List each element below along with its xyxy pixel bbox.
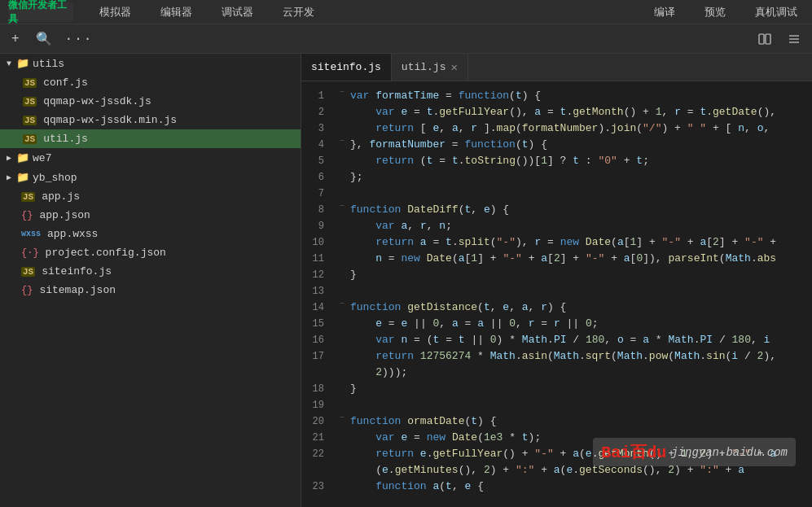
code-line: 9 var a, r, n; (301, 218, 812, 234)
sidebar-item-label: app.wxss (47, 228, 98, 240)
code-line: 6 }; (301, 169, 812, 186)
code-line: 16 var n = (t = t || 0) * Math.PI / 180,… (301, 332, 812, 348)
menu-simulator[interactable]: 模拟器 (93, 2, 138, 23)
menu-preview[interactable]: 预览 (698, 2, 732, 23)
js-icon: JS (23, 78, 37, 88)
code-line: 12 } (301, 267, 812, 283)
code-line: 5 return (t = t.toString())[1] ? t : "0"… (301, 153, 812, 169)
chevron-down-icon: ▼ (7, 59, 11, 68)
json-icon: {} (21, 285, 33, 296)
sidebar-item-label: project.config.json (46, 247, 166, 259)
code-line: 7 (301, 186, 812, 202)
svg-rect-0 (759, 34, 764, 44)
tab-siteinfo-js[interactable]: siteinfo.js (301, 54, 392, 81)
code-line: 14 − function getDistance(t, e, a, r) { (301, 299, 812, 316)
code-line: 19 (301, 397, 812, 413)
split-button[interactable] (755, 29, 775, 49)
folder-icon: 📁 (16, 171, 29, 184)
collapse-button[interactable] (784, 29, 804, 49)
json-icon: {·} (21, 247, 39, 259)
more-button[interactable]: ··· (65, 32, 94, 46)
fold-button[interactable]: − (340, 137, 345, 146)
code-line: 17 return 12756274 * Math.asin(Math.sqrt… (301, 348, 812, 365)
sidebar-item-label: qqmap-wx-jssdk.js (43, 95, 151, 107)
fold-button[interactable]: − (340, 88, 345, 97)
tab-util-js[interactable]: util.js ✕ (392, 54, 468, 81)
top-bar: 微信开发者工具 模拟器 编辑器 调试器 云开发 编译 预览 真机调试 (0, 0, 812, 24)
editor-area: siteinfo.js util.js ✕ 1 − var formatTime… (301, 54, 812, 507)
menu-editor[interactable]: 编辑器 (154, 2, 199, 23)
js-icon: JS (23, 116, 37, 125)
sidebar-item-conf-js[interactable]: JS conf.js (0, 73, 301, 92)
code-line: 20 − function ormatDate(t) { (301, 413, 812, 430)
json-icon: {} (21, 210, 33, 221)
sidebar-item-yb-shop[interactable]: ▶ 📁 yb_shop (0, 168, 301, 187)
sidebar-item-qqmap-js[interactable]: JS qqmap-wx-jssdk.js (0, 92, 301, 111)
fold-button[interactable]: − (340, 202, 345, 211)
sidebar-item-label: sitemap.json (39, 284, 116, 296)
folder-icon: 📁 (16, 151, 29, 164)
menu-debugger[interactable]: 调试器 (215, 2, 260, 23)
sidebar-item-label: yb_shop (33, 172, 77, 184)
code-line: 2))); (301, 365, 812, 381)
folder-icon: 📁 (16, 57, 29, 70)
fold-button[interactable]: − (340, 299, 345, 308)
sidebar-item-app-wxss[interactable]: wxss app.wxss (0, 225, 301, 243)
toolbar: + 🔍 ··· (0, 24, 812, 54)
code-line: 22 return e.getFullYear() + "-" + a(e.ge… (301, 446, 812, 462)
menu-cloud[interactable]: 云开发 (276, 2, 321, 23)
chevron-right-icon: ▶ (7, 153, 11, 163)
sidebar: ▼ 📁 utils JS conf.js JS qqmap-wx-jssdk.j… (0, 54, 301, 507)
code-line: 2 var e = t.getFullYear(), a = t.getMont… (301, 104, 812, 120)
sidebar-item-we7[interactable]: ▶ 📁 we7 (0, 148, 301, 168)
js-icon: JS (21, 192, 35, 202)
code-line: 1 − var formatTime = function(t) { (301, 88, 812, 104)
sidebar-item-label: qqmap-wx-jssdk.min.js (43, 114, 177, 126)
top-bar-left: 微信开发者工具 模拟器 编辑器 调试器 云开发 (0, 2, 639, 23)
code-line: 8 − function DateDiff(t, e) { (301, 202, 812, 218)
sidebar-item-label: utils (33, 58, 64, 70)
sidebar-item-utils[interactable]: ▼ 📁 utils (0, 54, 301, 73)
code-line: (e.getMinutes(), 2) + ":" + a(e.getSecon… (301, 462, 812, 479)
code-editor[interactable]: 1 − var formatTime = function(t) { 2 var… (301, 81, 812, 507)
sidebar-item-app-json[interactable]: {} app.json (0, 206, 301, 225)
js-icon: JS (21, 267, 35, 277)
tabs-bar: siteinfo.js util.js ✕ (301, 54, 812, 81)
code-line: 11 n = new Date(a[1] + "-" + a[2] + "-" … (301, 251, 812, 267)
sidebar-item-label: app.js (42, 190, 80, 203)
close-icon[interactable]: ✕ (450, 60, 457, 74)
menu-real-device[interactable]: 真机调试 (748, 2, 804, 23)
sidebar-item-siteinfo-js[interactable]: JS siteinfo.js (0, 262, 301, 281)
svg-rect-1 (766, 34, 770, 44)
tab-label: util.js (402, 61, 446, 73)
code-line: 4 − }, formatNumber = function(t) { (301, 137, 812, 153)
logo-area: 微信开发者工具 (8, 2, 73, 22)
code-line: 3 return [ e, a, r ].map(formatNumber).j… (301, 120, 812, 137)
sidebar-item-label: util.js (43, 133, 88, 145)
code-line: 21 var e = new Date(1e3 * t); (301, 430, 812, 446)
chevron-right-icon: ▶ (7, 173, 11, 182)
fold-button[interactable]: − (340, 413, 345, 422)
sidebar-item-label: app.json (39, 209, 90, 221)
sidebar-item-project-config[interactable]: {·} project.config.json (0, 243, 301, 262)
sidebar-item-label: siteinfo.js (42, 265, 112, 278)
main-layout: ▼ 📁 utils JS conf.js JS qqmap-wx-jssdk.j… (0, 54, 812, 507)
js-icon: JS (23, 97, 37, 107)
code-line: 18 } (301, 381, 812, 397)
wxss-icon: wxss (21, 229, 41, 238)
tab-label: siteinfo.js (311, 61, 381, 73)
sidebar-item-util-js[interactable]: JS util.js (0, 129, 301, 148)
code-line: 15 e = e || 0, a = a || 0, r = r || 0; (301, 316, 812, 332)
sidebar-item-app-js[interactable]: JS app.js (0, 187, 301, 206)
sidebar-item-label: conf.js (43, 76, 88, 89)
menu-compile[interactable]: 编译 (647, 2, 682, 23)
js-icon: JS (23, 134, 37, 144)
top-bar-right: 编译 预览 真机调试 (639, 2, 812, 23)
code-line: 13 (301, 283, 812, 299)
sidebar-item-sitemap-json[interactable]: {} sitemap.json (0, 281, 301, 299)
add-button[interactable]: + (8, 28, 23, 50)
code-line: 10 return a = t.split("-"), r = new Date… (301, 234, 812, 251)
search-button[interactable]: 🔍 (33, 28, 55, 50)
sidebar-item-qqmap-min-js[interactable]: JS qqmap-wx-jssdk.min.js (0, 111, 301, 129)
code-line: 23 function a(t, e { (301, 479, 812, 495)
